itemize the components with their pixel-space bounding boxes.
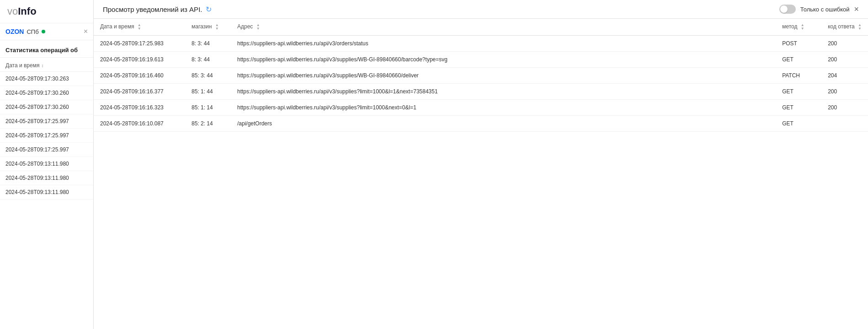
- cell-datetime: 2024-05-28T09:16:16.377: [94, 84, 185, 100]
- panel-header: Просмотр уведомлений из API. ↻ Только с …: [94, 0, 868, 19]
- cell-response_code: 200: [821, 52, 868, 68]
- notifications-table: Дата и время ▲▼ магазин ▲▼ Адрес ▲▼ мето…: [94, 19, 868, 132]
- cell-shop: 85: 2: 14: [185, 116, 231, 132]
- store-dot: [42, 30, 45, 33]
- sidebar-section-title: Статистика операций об: [0, 40, 93, 58]
- cell-shop: 85: 1: 44: [185, 84, 231, 100]
- address-sort-arrows: ▲▼: [256, 23, 260, 31]
- sidebar-list-item[interactable]: 2024-05-28T09:17:25.997: [0, 114, 93, 129]
- error-only-toggle[interactable]: [779, 5, 796, 14]
- col-shop-label: магазин: [192, 23, 212, 30]
- table-row: 2024-05-28T09:16:16.32385: 1: 14https://…: [94, 100, 868, 116]
- panel-title: Просмотр уведомлений из API. ↻: [103, 5, 212, 14]
- main-panel: Просмотр уведомлений из API. ↻ Только с …: [94, 0, 868, 329]
- sidebar-list-header: Дата и время ↕: [0, 58, 93, 72]
- cell-response_code: 200: [821, 36, 868, 52]
- sidebar-datetime-label: Дата и время: [5, 62, 39, 69]
- table-row: 2024-05-28T09:16:16.37785: 1: 44https://…: [94, 84, 868, 100]
- col-header-datetime[interactable]: Дата и время ▲▼: [94, 19, 185, 36]
- logo-vo: vo: [7, 5, 18, 17]
- cell-response_code: 200: [821, 100, 868, 116]
- col-method-label: метод: [782, 23, 797, 30]
- table-row: 2024-05-28T09:16:10.08785: 2: 14/api/get…: [94, 116, 868, 132]
- sidebar-list-item[interactable]: 2024-05-28T09:13:11.980: [0, 171, 93, 185]
- cell-shop: 8: 3: 44: [185, 36, 231, 52]
- cell-response_code: 204: [821, 68, 868, 84]
- shop-sort-arrows: ▲▼: [215, 23, 219, 31]
- sidebar-sort-icon[interactable]: ↕: [41, 63, 43, 68]
- cell-datetime: 2024-05-28T09:16:16.460: [94, 68, 185, 84]
- close-button[interactable]: ×: [854, 5, 859, 13]
- cell-method: GET: [776, 100, 821, 116]
- refresh-icon[interactable]: ↻: [206, 5, 212, 14]
- col-code-label: код ответа: [828, 23, 855, 30]
- cell-method: GET: [776, 84, 821, 100]
- cell-datetime: 2024-05-28T09:16:19.613: [94, 52, 185, 68]
- cell-method: GET: [776, 52, 821, 68]
- cell-response_code: 200: [821, 84, 868, 100]
- cell-address: /api/getOrders: [231, 116, 776, 132]
- table-row: 2024-05-28T09:16:19.6138: 3: 44https://s…: [94, 52, 868, 68]
- cell-datetime: 2024-05-28T09:16:10.087: [94, 116, 185, 132]
- col-header-method[interactable]: метод ▲▼: [776, 19, 821, 36]
- code-sort-arrows: ▲▼: [858, 23, 862, 31]
- cell-address: https://suppliers-api.wildberries.ru/api…: [231, 52, 776, 68]
- cell-method: GET: [776, 116, 821, 132]
- datetime-sort-arrows: ▲▼: [138, 23, 141, 31]
- cell-shop: 8: 3: 44: [185, 52, 231, 68]
- sidebar-list-item[interactable]: 2024-05-28T09:17:25.997: [0, 143, 93, 157]
- cell-shop: 85: 1: 14: [185, 100, 231, 116]
- sidebar-close-button[interactable]: ×: [84, 28, 88, 35]
- sidebar-list-item[interactable]: 2024-05-28T09:17:30.260: [0, 86, 93, 100]
- cell-shop: 85: 3: 44: [185, 68, 231, 84]
- cell-datetime: 2024-05-28T09:16:16.323: [94, 100, 185, 116]
- cell-datetime: 2024-05-28T09:17:25.983: [94, 36, 185, 52]
- col-header-shop[interactable]: магазин ▲▼: [185, 19, 231, 36]
- col-datetime-label: Дата и время: [100, 23, 134, 30]
- store-name: СПб: [27, 28, 38, 35]
- method-sort-arrows: ▲▼: [801, 23, 804, 31]
- toggle-label: Только с ошибкой: [800, 6, 850, 13]
- header-right: Только с ошибкой ×: [779, 5, 859, 14]
- sidebar-list-item[interactable]: 2024-05-28T09:17:30.263: [0, 72, 93, 86]
- sidebar-list-item[interactable]: 2024-05-28T09:17:25.997: [0, 129, 93, 143]
- sidebar: voInfo OZON СПб × Статистика операций об…: [0, 0, 94, 329]
- col-header-address[interactable]: Адрес ▲▼: [231, 19, 776, 36]
- ozon-label: OZON: [5, 28, 24, 35]
- cell-method: POST: [776, 36, 821, 52]
- toggle-knob: [780, 5, 788, 13]
- sidebar-list: 2024-05-28T09:17:30.2632024-05-28T09:17:…: [0, 72, 93, 329]
- col-address-label: Адрес: [237, 23, 253, 30]
- cell-address: https://suppliers-api.wildberries.ru/api…: [231, 100, 776, 116]
- sidebar-list-item[interactable]: 2024-05-28T09:13:11.980: [0, 185, 93, 200]
- panel-title-text: Просмотр уведомлений из API.: [103, 5, 202, 13]
- cell-address: https://suppliers-api.wildberries.ru/api…: [231, 68, 776, 84]
- cell-address: https://suppliers-api.wildberries.ru/api…: [231, 84, 776, 100]
- cell-method: PATCH: [776, 68, 821, 84]
- cell-response_code: [821, 116, 868, 132]
- logo-info: Info: [18, 5, 36, 17]
- sidebar-logo: voInfo: [0, 0, 93, 23]
- store-badge: OZON СПб: [5, 28, 45, 35]
- table-wrapper: Дата и время ▲▼ магазин ▲▼ Адрес ▲▼ мето…: [94, 19, 868, 329]
- table-row: 2024-05-28T09:16:16.46085: 3: 44https://…: [94, 68, 868, 84]
- cell-address: https://suppliers-api.wildberries.ru/api…: [231, 36, 776, 52]
- sidebar-store-row: OZON СПб ×: [0, 23, 93, 40]
- col-header-code[interactable]: код ответа ▲▼: [821, 19, 868, 36]
- table-row: 2024-05-28T09:17:25.9838: 3: 44https://s…: [94, 36, 868, 52]
- sidebar-list-item[interactable]: 2024-05-28T09:17:30.260: [0, 100, 93, 114]
- sidebar-list-item[interactable]: 2024-05-28T09:13:11.980: [0, 157, 93, 171]
